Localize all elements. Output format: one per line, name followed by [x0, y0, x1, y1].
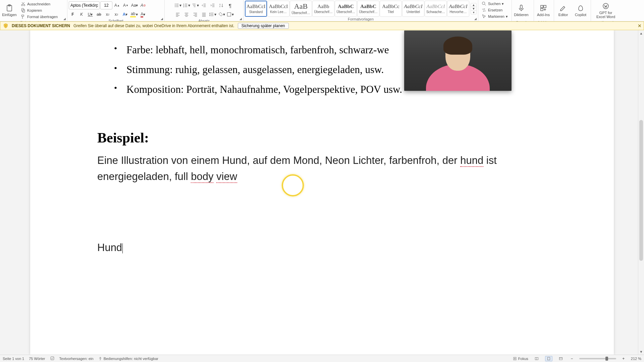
editor-button[interactable]: Editor	[555, 1, 571, 20]
paste-button[interactable]: Einfügen	[1, 1, 17, 20]
hund-line[interactable]: Hund	[97, 242, 547, 254]
format-painter-button[interactable]: Format übertragen	[19, 14, 59, 20]
style-swatch[interactable]: AaBbCcTitel	[380, 1, 402, 17]
copy-label: Kopieren	[27, 8, 42, 12]
style-swatch[interactable]: AaBbÜberschrif…	[312, 1, 334, 17]
justify-button[interactable]	[200, 10, 208, 18]
vertical-scrollbar[interactable]: ▲ ▼	[638, 30, 644, 355]
change-case-button[interactable]: Aa▾	[130, 1, 139, 9]
bold-button[interactable]: F	[69, 10, 77, 18]
svg-rect-17	[541, 5, 543, 8]
status-focus-text: Fokus	[518, 357, 528, 361]
svg-rect-14	[227, 13, 231, 16]
show-marks-button[interactable]: ¶	[226, 1, 234, 9]
style-swatch[interactable]: AaBbCcIKein Lee…	[267, 1, 289, 17]
flagged-word[interactable]: view	[216, 171, 237, 183]
style-swatch[interactable]: AaBbCÜberschrif…	[357, 1, 379, 17]
select-button[interactable]: Markieren ▾	[480, 13, 509, 19]
view-read-mode[interactable]	[533, 356, 540, 361]
grow-font-button[interactable]: A▲	[113, 1, 121, 9]
gptforwork-button[interactable]: GPT for Excel Word	[592, 1, 619, 20]
strike-button[interactable]: ab	[95, 10, 103, 18]
status-words[interactable]: 75 Wörter	[29, 357, 45, 361]
text-effects-button[interactable]: A▾	[121, 10, 129, 18]
sort-button[interactable]: AZ	[217, 1, 225, 9]
indent-increase-button[interactable]	[209, 1, 217, 9]
align-right-button[interactable]	[191, 10, 199, 18]
status-focus[interactable]: Fokus	[513, 357, 528, 361]
find-button[interactable]: Suchen ▾	[480, 1, 509, 7]
svg-rect-25	[514, 358, 515, 359]
font-name-combo[interactable]	[69, 1, 100, 9]
superscript-button[interactable]: x2	[112, 10, 120, 18]
style-swatch[interactable]: AaBbCcISchwache…	[425, 1, 447, 17]
scroll-up-icon[interactable]: ▲	[638, 30, 644, 36]
heading-beispiel[interactable]: Beispiel:	[97, 130, 547, 146]
styles-launcher[interactable]: ◢	[473, 17, 477, 21]
bullet-text: Farbe: lebhaft, hell, monochromatisch, f…	[126, 40, 389, 60]
scroll-track[interactable]	[638, 36, 644, 349]
multilevel-button[interactable]: ▾	[191, 1, 199, 9]
highlight-button[interactable]: ab▾	[130, 10, 138, 18]
zoom-slider-knob[interactable]	[605, 357, 608, 361]
bullets-button[interactable]: ▾	[174, 1, 182, 9]
document-page[interactable]: Farbe: lebhaft, hell, monochromatisch, f…	[30, 30, 614, 355]
font-launcher[interactable]: ◢	[160, 17, 164, 21]
style-expand-icon[interactable]: ▾	[471, 11, 476, 14]
style-swatch[interactable]: AaBbCcIHervorhe…	[447, 1, 469, 17]
dictate-button[interactable]: Diktieren	[513, 1, 529, 20]
webcam-overlay[interactable]	[404, 31, 512, 91]
gptforwork-label: GPT for Excel Word	[596, 11, 615, 19]
style-scroll-up-icon[interactable]: ▲	[471, 3, 476, 7]
dictate-label: Diktieren	[514, 13, 528, 17]
font-size-combo[interactable]	[100, 1, 112, 9]
addins-button[interactable]: Add-Ins	[535, 1, 551, 20]
status-predictions[interactable]: Textvorhersagen: ein	[59, 357, 94, 361]
underline-button[interactable]: U▾	[86, 10, 94, 18]
group-editing: Suchen ▾ Ersetzen Markieren ▾	[478, 0, 512, 21]
zoom-slider[interactable]	[579, 358, 616, 359]
status-proofing-icon[interactable]	[50, 356, 55, 361]
scroll-thumb[interactable]	[639, 120, 643, 261]
example-paragraph[interactable]: Eine Illustration von einem Hund, auf de…	[97, 153, 547, 185]
style-gallery[interactable]: AaBbCcIStandardAaBbCcIKein Lee…AaBÜbersc…	[245, 1, 469, 17]
numbering-button[interactable]: 123▾	[182, 1, 191, 9]
copy-button[interactable]: Kopieren	[19, 7, 59, 13]
scroll-down-icon[interactable]: ▼	[638, 349, 644, 355]
italic-button[interactable]: K	[77, 10, 86, 18]
line-spacing-button[interactable]: ▾	[209, 10, 217, 18]
svg-text:Z: Z	[219, 5, 221, 7]
infobar-close-icon[interactable]: ✕	[638, 23, 642, 28]
style-swatch[interactable]: AaBbCcIUntertitel	[402, 1, 424, 17]
style-swatch[interactable]: AaBbCÜberschrif…	[335, 1, 357, 17]
borders-button[interactable]: ▾	[226, 10, 234, 18]
subscript-button[interactable]: x2	[104, 10, 112, 18]
zoom-level[interactable]: 212 %	[631, 357, 641, 361]
clear-formatting-button[interactable]: A⊘	[139, 1, 147, 9]
style-swatch[interactable]: AaBbCcIStandard	[245, 1, 267, 17]
view-web-layout[interactable]	[557, 356, 565, 361]
style-gallery-scroller[interactable]: ▲ ▼ ▾	[471, 3, 477, 14]
status-page[interactable]: Seite 1 von 1	[3, 357, 24, 361]
cut-button[interactable]: Ausschneiden	[19, 1, 59, 7]
status-accessibility[interactable]: Bedienungshilfen: nicht verfügbar	[98, 357, 158, 361]
indent-decrease-button[interactable]	[200, 1, 208, 9]
replace-button[interactable]: Ersetzen	[480, 7, 509, 13]
group-gptforwork: GPT for Excel Word gptforwork	[591, 0, 621, 21]
view-print-layout[interactable]	[545, 356, 552, 361]
style-swatch[interactable]: AaBÜberschrif…	[290, 1, 312, 17]
flagged-word[interactable]: body	[191, 171, 213, 183]
copilot-button[interactable]: Copilot	[572, 1, 589, 20]
align-center-button[interactable]	[182, 10, 191, 18]
align-left-button[interactable]	[174, 10, 182, 18]
paragraph-launcher[interactable]: ◢	[238, 17, 243, 21]
shrink-font-button[interactable]: A▼	[122, 1, 130, 9]
font-color-button[interactable]: A▾	[139, 10, 147, 18]
infobar-action-button[interactable]: Sicherung später planen	[238, 23, 289, 29]
zoom-out-button[interactable]: −	[569, 355, 575, 362]
shading-button[interactable]: ▾	[217, 10, 225, 18]
style-scroll-down-icon[interactable]: ▼	[471, 7, 476, 11]
clipboard-launcher[interactable]: ◢	[62, 17, 66, 21]
zoom-in-button[interactable]: +	[621, 355, 626, 362]
flagged-word[interactable]: hund	[460, 155, 483, 167]
